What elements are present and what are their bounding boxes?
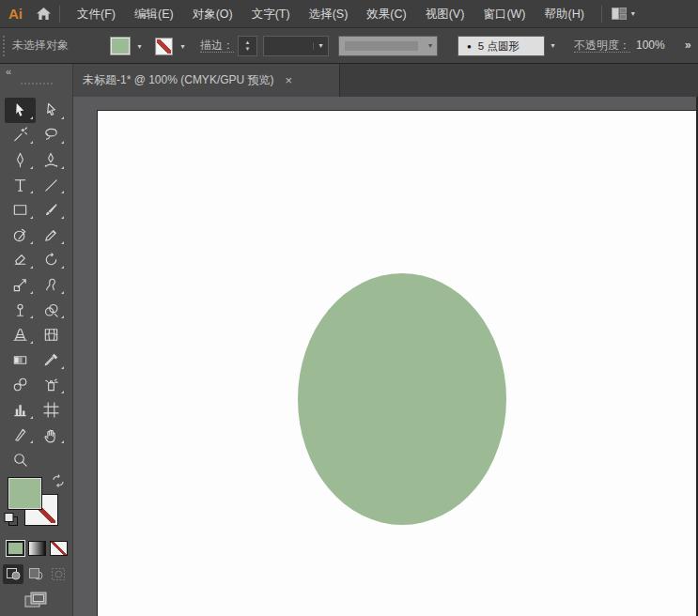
perspective-grid-tool-icon [11,326,29,344]
paintbrush-tool-icon [42,201,60,219]
menu-item-3[interactable]: 对象(O) [183,0,242,28]
lasso-tool-icon [42,126,60,144]
pasteboard[interactable] [73,97,698,616]
eyedropper-tool[interactable] [36,347,67,373]
tools-panel: « [0,64,73,616]
lasso-tool[interactable] [36,123,67,148]
panel-grip-dots[interactable] [21,83,53,85]
menu-item-4[interactable]: 文字(T) [242,0,300,28]
stroke-weight-select[interactable]: ▾ [263,36,329,56]
magic-wand-tool-icon [11,126,29,144]
opacity-value[interactable]: 100% [636,28,665,63]
artboard-tool-icon [42,401,60,419]
slice-tool-icon [11,426,29,444]
puppet-warp-tool[interactable] [36,272,67,298]
paintbrush-tool[interactable] [36,197,67,223]
color-mode-button[interactable] [7,541,24,556]
scale-tool-icon [11,276,29,294]
default-fill-stroke-icon[interactable] [4,513,19,527]
symbol-sprayer-tool[interactable] [36,373,67,398]
pen-tool[interactable] [5,147,36,173]
artboard-tool[interactable] [36,397,67,423]
stroke-color-swatch[interactable] [155,38,173,55]
magic-wand-tool[interactable] [5,123,36,148]
chevron-down-icon: ▾ [424,42,437,50]
rectangle-tool[interactable] [5,197,36,223]
zoom-tool[interactable] [5,447,36,472]
home-icon[interactable] [35,7,52,22]
overflow-chevron-icon[interactable]: » [685,28,691,63]
stepper-down-icon[interactable]: ▼ [245,46,251,53]
stroke-chevron-down-icon[interactable]: ▾ [176,37,190,56]
menu-item-8[interactable]: 窗口(W) [473,0,535,28]
menu-divider [59,6,60,23]
hand-tool-icon [42,426,60,444]
none-mode-button[interactable] [50,541,68,556]
draw-normal-button[interactable] [3,564,23,584]
tab-close-icon[interactable]: × [286,74,293,86]
screen-mode-button[interactable] [23,591,49,609]
pencil-tool[interactable] [36,223,67,248]
hand-tool[interactable] [36,423,67,448]
width-profile-select[interactable]: ▾ [338,36,438,56]
free-transform-tool[interactable] [5,298,36,323]
document-area: 未标题-1* @ 100% (CMYK/GPU 预览) × [73,64,698,616]
fill-indicator-swatch[interactable] [8,477,42,510]
blend-tool[interactable] [5,373,36,398]
slice-tool[interactable] [5,423,36,448]
selection-tool-icon [11,101,29,119]
opacity-label[interactable]: 不透明度： [574,28,630,63]
line-segment-tool[interactable] [36,173,67,198]
menu-item-5[interactable]: 选择(S) [300,0,358,28]
stroke-weight-label[interactable]: 描边： [200,28,234,63]
curvature-tool[interactable] [36,147,67,173]
zoom-tool-icon [11,451,29,469]
brush-definition-select[interactable]: ● 5 点圆形 [458,36,545,56]
gradient-tool[interactable] [5,347,36,373]
eraser-tool[interactable] [5,248,36,273]
green-ellipse[interactable] [298,273,506,525]
rectangle-tool-icon [11,201,29,219]
tab-bar: 未标题-1* @ 100% (CMYK/GPU 预览) × [73,64,698,97]
document-tab[interactable]: 未标题-1* @ 100% (CMYK/GPU 预览) × [73,64,340,97]
selection-status: 未选择对象 [12,28,69,63]
document-tab-title: 未标题-1* @ 100% (CMYK/GPU 预览) [83,72,274,88]
line-segment-tool-icon [42,177,60,194]
menu-item-1[interactable]: 文件(F) [68,0,125,28]
tools-grid [5,98,67,472]
perspective-grid-tool[interactable] [5,322,36,347]
draw-behind-button[interactable] [25,564,46,584]
collapse-panel-icon[interactable]: « [6,66,11,77]
gradient-mode-button[interactable] [28,541,46,556]
pencil-tool-icon [42,226,60,244]
swap-fill-stroke-icon[interactable] [51,474,66,487]
rotate-tool[interactable] [36,248,67,273]
chevron-down-icon: ▾ [313,42,328,50]
selection-tool[interactable] [5,98,36,123]
shape-builder-tool[interactable] [36,298,67,323]
menu-bar: Ai 文件(F)编辑(E)对象(O)文字(T)选择(S)效果(C)视图(V)窗口… [0,0,698,28]
column-graph-tool[interactable] [5,397,36,423]
menu-item-6[interactable]: 效果(C) [357,0,415,28]
fill-chevron-down-icon[interactable]: ▾ [132,37,147,56]
menu-item-7[interactable]: 视图(V) [416,0,474,28]
brush-definition-value: 5 点圆形 [478,39,520,54]
type-tool[interactable] [5,173,36,198]
artboard[interactable] [97,110,696,616]
brush-chevron-down-icon[interactable]: ▾ [546,36,560,56]
arrange-documents-button[interactable]: ▾ [612,8,635,20]
pen-tool-icon [11,151,29,169]
menu-item-9[interactable]: 帮助(H) [535,0,594,28]
rotate-tool-icon [42,251,60,269]
fill-color-swatch[interactable] [110,37,131,55]
direct-selection-tool[interactable] [36,98,67,123]
draw-inside-button[interactable] [48,564,69,584]
shaper-tool[interactable] [5,223,36,248]
menu-item-2[interactable]: 编辑(E) [125,0,183,28]
menu-items: 文件(F)编辑(E)对象(O)文字(T)选择(S)效果(C)视图(V)窗口(W)… [68,0,594,27]
mesh-tool[interactable] [36,322,67,347]
stroke-weight-stepper[interactable]: ▲ ▼ [238,36,257,56]
stepper-up-icon[interactable]: ▲ [245,39,251,46]
scale-tool[interactable] [5,272,36,298]
panel-grip[interactable] [3,36,7,56]
